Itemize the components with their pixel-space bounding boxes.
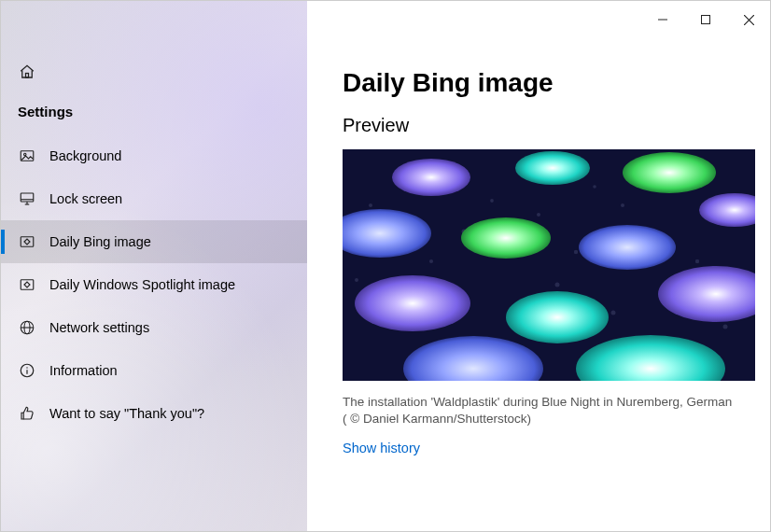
svg-point-27 — [723, 325, 728, 329]
picture-icon — [18, 147, 36, 165]
maximize-icon — [701, 15, 710, 24]
svg-rect-10 — [702, 16, 710, 24]
settings-heading: Settings — [1, 94, 307, 134]
nav-item-label: Background — [49, 148, 121, 163]
svg-point-41 — [579, 225, 676, 270]
svg-point-31 — [593, 185, 596, 189]
svg-point-17 — [574, 250, 578, 254]
minimize-button[interactable] — [641, 5, 684, 35]
window-titlebar — [641, 1, 770, 38]
svg-point-35 — [392, 159, 470, 196]
nav-item-label: Information — [49, 363, 118, 378]
close-button[interactable] — [727, 5, 770, 35]
nav-item-network[interactable]: Network settings — [1, 306, 307, 349]
home-icon — [19, 63, 35, 80]
svg-point-40 — [461, 217, 551, 259]
home-button[interactable] — [8, 55, 46, 89]
monitor-icon — [18, 189, 36, 208]
nav-item-label: Network settings — [49, 320, 149, 335]
svg-point-18 — [621, 203, 624, 207]
svg-point-32 — [695, 259, 699, 263]
svg-point-43 — [506, 291, 609, 343]
image-sparkle-icon — [18, 275, 36, 294]
info-icon — [18, 361, 36, 380]
maximize-button[interactable] — [684, 5, 727, 35]
svg-point-37 — [623, 152, 716, 193]
image-sparkle-icon — [18, 232, 36, 251]
nav-item-label: Daily Windows Spotlight image — [49, 277, 235, 292]
nav-item-lock-screen[interactable]: Lock screen — [1, 177, 307, 220]
svg-point-36 — [515, 151, 590, 185]
nav-item-daily-bing[interactable]: Daily Bing image — [1, 220, 307, 263]
close-icon — [744, 15, 754, 25]
nav-item-background[interactable]: Background — [1, 134, 307, 177]
content-pane: Daily Bing image Preview — [307, 1, 770, 531]
svg-point-42 — [355, 275, 470, 331]
svg-rect-0 — [26, 74, 29, 78]
nav-item-information[interactable]: Information — [1, 349, 307, 392]
section-title: Preview — [343, 115, 735, 136]
svg-rect-3 — [21, 193, 34, 202]
svg-point-30 — [490, 199, 494, 203]
sidebar-nav: Background Lock screen Daily Bing image … — [1, 134, 307, 435]
nav-item-daily-spotlight[interactable]: Daily Windows Spotlight image — [1, 263, 307, 306]
svg-point-16 — [537, 213, 540, 217]
thumbs-up-icon — [18, 404, 36, 423]
preview-image — [343, 149, 755, 381]
nav-item-label: Lock screen — [49, 191, 122, 206]
page-title: Daily Bing image — [343, 68, 735, 98]
minimize-icon — [658, 15, 667, 24]
svg-point-28 — [355, 278, 358, 282]
svg-point-24 — [611, 311, 616, 315]
nav-item-thank-you[interactable]: Want to say "Thank you"? — [1, 392, 307, 435]
svg-point-12 — [369, 203, 372, 207]
nav-item-label: Want to say "Thank you"? — [49, 406, 204, 421]
show-history-link[interactable]: Show history — [343, 441, 420, 455]
preview-caption: The installation 'Waldplastik' during Bl… — [343, 394, 735, 427]
svg-point-29 — [429, 259, 433, 263]
globe-icon — [18, 318, 36, 337]
svg-point-9 — [26, 367, 27, 368]
svg-point-23 — [555, 283, 560, 287]
sidebar: Settings Background Lock screen Daily Bi… — [1, 1, 307, 531]
nav-item-label: Daily Bing image — [49, 234, 151, 249]
